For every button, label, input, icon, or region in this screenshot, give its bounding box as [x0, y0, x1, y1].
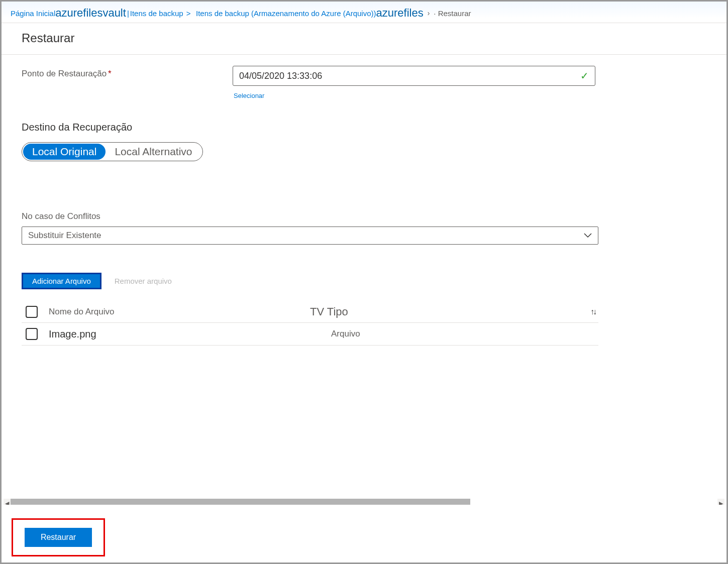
- breadcrumb: Página Inicial azurefilesvault | Itens d…: [2, 2, 726, 23]
- file-table: Nome do Arquivo TV Tipo ↑↓ Image.png Arq…: [22, 302, 598, 346]
- select-restore-point-link[interactable]: Selecionar: [234, 92, 264, 99]
- restore-button[interactable]: Restaurar: [25, 528, 92, 547]
- restore-point-value: 04/05/2020 13:33:06: [239, 71, 322, 81]
- restore-point-field[interactable]: 04/05/2020 13:33:06 ✓: [233, 66, 595, 86]
- breadcrumb-backup-items-2[interactable]: Itens de backup (Armazenamento do Azure …: [196, 9, 376, 18]
- highlight-annotation: Restaurar: [12, 518, 105, 556]
- remove-file-button: Remover arquivo: [106, 273, 181, 289]
- conflicts-dropdown[interactable]: Substituir Existente: [22, 227, 598, 245]
- column-header-type[interactable]: TV Tipo: [310, 305, 590, 318]
- row-checkbox[interactable]: [26, 328, 38, 340]
- breadcrumb-home[interactable]: Página Inicial: [11, 9, 55, 18]
- column-header-name[interactable]: Nome do Arquivo: [49, 307, 310, 317]
- checkmark-icon: ✓: [580, 70, 589, 82]
- breadcrumb-backup-items-1[interactable]: Itens de backup: [130, 9, 183, 18]
- breadcrumb-current: · Restaurar: [434, 9, 471, 18]
- table-header: Nome do Arquivo TV Tipo ↑↓: [22, 302, 598, 323]
- breadcrumb-separator: >: [183, 9, 196, 18]
- restore-point-row: Ponto de Restauração * 04/05/2020 13:33:…: [22, 66, 706, 86]
- file-buttons-row: Adicionar Arquivo Remover arquivo: [22, 273, 706, 289]
- chevron-down-icon: [584, 231, 592, 240]
- breadcrumb-vault[interactable]: azurefilesvault: [55, 7, 126, 20]
- add-file-button[interactable]: Adicionar Arquivo: [22, 273, 101, 289]
- destination-alternate[interactable]: Local Alternativo: [106, 144, 201, 160]
- breadcrumb-share[interactable]: azurefiles: [376, 7, 423, 20]
- file-type-cell: Arquivo: [310, 329, 595, 339]
- sort-icon[interactable]: ↑↓: [590, 307, 595, 316]
- restore-point-label: Ponto de Restauração *: [22, 66, 233, 79]
- breadcrumb-pipe: |: [126, 9, 130, 18]
- conflicts-label: No caso de Conflitos: [22, 211, 706, 221]
- conflicts-value: Substituir Existente: [28, 231, 101, 241]
- title-bar: Restaurar: [2, 23, 726, 55]
- file-name-cell: Image.png: [49, 328, 310, 340]
- page-title: Restaurar: [22, 31, 717, 45]
- table-row[interactable]: Image.png Arquivo: [22, 323, 598, 346]
- content-area: Ponto de Restauração * 04/05/2020 13:33:…: [2, 55, 726, 508]
- recovery-destination-heading: Destino da Recuperação: [22, 122, 706, 133]
- chevron-right-icon: ›: [424, 9, 434, 17]
- required-icon: *: [108, 69, 112, 78]
- destination-toggle: Local Original Local Alternativo: [22, 142, 203, 161]
- select-all-checkbox[interactable]: [26, 306, 38, 318]
- destination-original[interactable]: Local Original: [23, 144, 106, 160]
- footer: Restaurar: [2, 505, 726, 562]
- window-frame: Página Inicial azurefilesvault | Itens d…: [0, 0, 728, 564]
